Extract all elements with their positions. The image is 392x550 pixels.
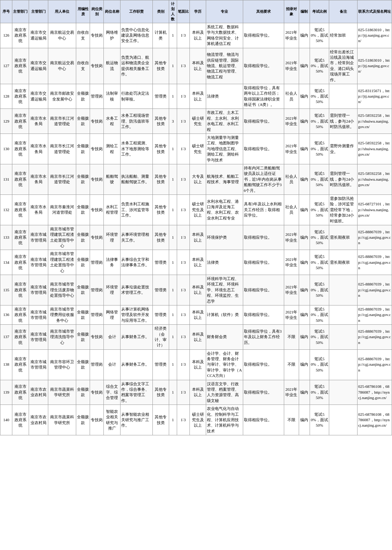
- cell-dept2: 南京市城市管理费用征收服务中心: [48, 305, 76, 324]
- cell-exam: 笔试50%，面试50%: [310, 349, 329, 380]
- cell-dept2: 南京市邮政安全发展中心: [48, 84, 76, 109]
- cell-type: 其他专技类: [152, 134, 169, 164]
- cell-num: 138: [0, 349, 12, 380]
- cell-contact: 025-68786108，68786087，http://nyncj.nanji…: [357, 380, 392, 405]
- cell-target: 社会人员: [284, 164, 299, 194]
- cell-edu: 大专及以上: [190, 164, 206, 194]
- cell-target: 2021年毕业生: [284, 134, 299, 164]
- cell-edu: 本科及以上: [190, 380, 206, 405]
- cell-type: 其他专技类: [152, 48, 169, 84]
- cell-cnt: 1: [169, 405, 177, 435]
- cell-cnt: 1: [169, 380, 177, 405]
- cell-dept1: 南京市城市管理局: [29, 349, 48, 380]
- cell-sys: 南京市政府系统: [12, 194, 29, 225]
- cell-dept2: 南京航运交易中心: [48, 48, 76, 84]
- cell-num: 136: [0, 305, 12, 324]
- cell-req: 取得相应学位。: [243, 380, 284, 405]
- cell-num: 137: [0, 325, 12, 350]
- cell-target: 2021年毕业生: [284, 250, 299, 275]
- table-row: 137南京市政府系统南京市城市管理局南京市城市管理清洗指导中心全额拨款专技岗会计…: [0, 325, 392, 350]
- cell-bianzhi: 编内: [299, 405, 310, 435]
- cell-sys: 南京市政府系统: [12, 23, 29, 48]
- cell-target: 2021年毕业生: [284, 48, 299, 84]
- cell-contact: 025-83115671，http://jtj.nanjing.gov.cn/: [357, 84, 392, 109]
- cell-sys: 南京市政府系统: [12, 325, 29, 350]
- cell-duty: 负责中心信息化建设及网络信息安全工作。: [120, 23, 152, 48]
- cell-sys: 南京市政府系统: [12, 84, 29, 109]
- table-row: 139南京市政府系统南京市农业农村局南京市蔬菜科学研究所全额拨款专技岗综合文字、…: [0, 380, 392, 405]
- cell-pos: 水利工程管理: [104, 194, 120, 225]
- cell-req: 取得相应学位。: [243, 275, 284, 305]
- cell-edu: 硕士研究生及以上: [190, 194, 206, 225]
- cell-exam: 笔试50%，面试50%: [310, 380, 329, 405]
- cell-nature: 全额拨款: [76, 305, 90, 324]
- cell-type: 其他专技类: [152, 405, 169, 435]
- cell-bianzhi: 编内: [299, 48, 310, 84]
- cell-target: 2021年毕业生: [284, 109, 299, 134]
- header-cat: 岗位类别: [90, 0, 104, 23]
- cell-cat: 管理岗: [90, 349, 104, 380]
- cell-exam: 笔试50%，面试50%: [310, 194, 329, 225]
- cell-target: 2021年毕业生: [284, 275, 299, 305]
- cell-cat: 管理岗: [90, 275, 104, 305]
- header-type: 类别: [152, 0, 169, 23]
- cell-req: 取得相应学位。: [243, 134, 284, 164]
- cell-ratio: 1∶3: [177, 349, 190, 380]
- cell-nature: 全额拨款: [76, 405, 90, 435]
- cell-nature: 自收自支: [76, 23, 90, 48]
- cell-pos: 网络管理: [104, 305, 120, 324]
- cell-num: 126: [0, 23, 12, 48]
- cell-ratio: 1∶3: [177, 109, 190, 134]
- cell-exam: 笔试50%，面试50%: [310, 164, 329, 194]
- cell-dept2: 南京市城市管理生活废弃物处置指导中心: [48, 275, 76, 305]
- cell-nature: 全额拨款: [76, 225, 90, 250]
- cell-bianzhi: 编内: [299, 164, 310, 194]
- cell-num: 139: [0, 380, 12, 405]
- cell-contact: 025-51863010，http://jtj.nanjing.gov.cn/: [357, 48, 392, 84]
- table-row: 128南京市政府系统南京市交通运输局南京市邮政安全发展中心全额拨款管理岗法制审核…: [0, 84, 392, 109]
- cell-cnt: 1: [169, 194, 177, 225]
- cell-dept2: 南京市蔬菜科学研究所: [48, 405, 76, 435]
- cell-major: 市政工程、土木工程、土水利、水利水电工程、水利工程: [206, 109, 243, 134]
- cell-pos: 智能农业相关研究与推广: [104, 405, 120, 435]
- cell-dept2: 南京市容环卫管理中心: [48, 349, 76, 380]
- cell-duty: 执法船舶、测量船舶驾驶工作。: [120, 164, 152, 194]
- table-body: 126南京市政府系统南京市交通运输局南京航运交易中心自收自支专技岗网络维护负责中…: [0, 23, 392, 435]
- cell-major: 物流管理、物流与供应链管理、国际物流、航运管理、物流工程与管理、物流工程: [206, 48, 243, 84]
- cell-nature: 全额拨款: [76, 349, 90, 380]
- cell-pos: 环境管理: [104, 275, 120, 305]
- cell-bianzhi: 编内: [299, 225, 310, 250]
- cell-contact: 025-58592258，http://shuiwu.nanjing.gov.c…: [357, 164, 392, 194]
- cell-cnt: 3: [169, 109, 177, 134]
- cell-contact: 025-88867039，http://cgj.nanjing.gov.cn: [357, 349, 392, 380]
- cell-dept1: 南京市交通运输局: [29, 23, 48, 48]
- cell-contact: 025-68786108，68786087，http://nyncj.nanji…: [357, 405, 392, 435]
- cell-cat: 专技岗: [90, 225, 104, 250]
- cell-bianzhi: 编内: [299, 349, 310, 380]
- cell-major: 法律类: [206, 84, 243, 109]
- cell-type: 管理类: [152, 250, 169, 275]
- cell-exam: 笔试50%，面试50%: [310, 134, 329, 164]
- table-row: 133南京市政府系统南京市城市管理局南京市城市管理建筑工程渣土处置指导中心全额拨…: [0, 225, 392, 250]
- cell-sys: 南京市政府系统: [12, 134, 29, 164]
- cell-nature: 全额拨款: [76, 109, 90, 134]
- job-table: 序号 主管部门 主管部门 用人单位 用编性质 岗位类别 岗位名称 工作职责 类别…: [0, 0, 392, 435]
- cell-duty: 负责水利工程施工、涉河监管等工作。: [120, 194, 152, 225]
- cell-dept1: 南京市水务局: [29, 109, 48, 134]
- cell-contact: 025-88867039，http://cgj.nanjing.gov.cn: [357, 225, 392, 250]
- header-ratio: 笔面比: [177, 0, 190, 23]
- header-bianzhi: 编制: [299, 0, 310, 23]
- cell-note: 经常加班: [329, 23, 357, 48]
- cell-major: 财务财会类: [206, 325, 243, 350]
- cell-req: 取得相应学位。: [243, 48, 284, 84]
- cell-ratio: 1∶3: [177, 305, 190, 324]
- cell-edu: 本科及以上: [190, 349, 206, 380]
- cell-sys: 南京市政府系统: [12, 48, 29, 84]
- table-header: 序号 主管部门 主管部门 用人单位 用编性质 岗位类别 岗位名称 工作职责 类别…: [0, 0, 392, 23]
- cell-duty: 从事综合文字工作，综合事务、档案等管理工作。: [120, 380, 152, 405]
- cell-target: 2021年毕业生: [284, 225, 299, 250]
- cell-edu: 本科及以上: [190, 23, 206, 48]
- cell-nature: 全额拨款: [76, 325, 90, 350]
- cell-dept2: 南京市长江河道管理处: [48, 164, 76, 194]
- cell-dept1: 南京市农业农村局: [29, 405, 48, 435]
